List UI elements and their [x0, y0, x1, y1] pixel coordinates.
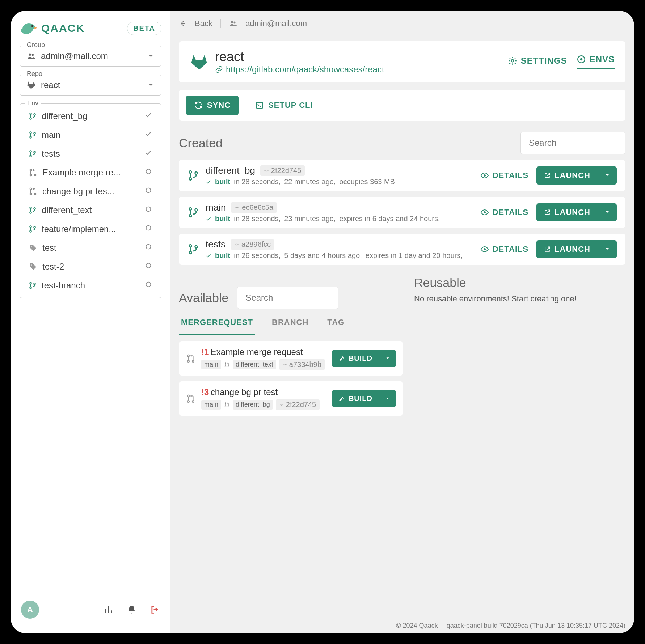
- created-env-card: main ec6e6c5a built in 28 seconds, 23 mi…: [179, 197, 625, 228]
- launch-dropdown[interactable]: [598, 203, 617, 221]
- commit-chip[interactable]: ec6e6c5a: [231, 202, 277, 213]
- branch-icon: [187, 207, 199, 218]
- env-name: feature/implemen...: [42, 224, 116, 234]
- env-name: different_text: [42, 205, 92, 215]
- eye-icon: [480, 171, 489, 180]
- build-button[interactable]: BUILD: [332, 350, 396, 367]
- branch-icon: [29, 224, 37, 234]
- env-name: change bg pr tes...: [42, 186, 114, 196]
- commit-chip[interactable]: a7334b9b: [279, 359, 325, 370]
- check-icon: [206, 179, 211, 185]
- bell-icon[interactable]: [127, 605, 137, 615]
- branch-from-chip[interactable]: main: [201, 400, 221, 410]
- mr-icon: [29, 168, 37, 177]
- group-label: Group: [25, 41, 47, 49]
- settings-tab[interactable]: SETTINGS: [508, 56, 567, 69]
- branch-icon: [29, 130, 37, 140]
- mr-title: change bg pr test: [211, 387, 278, 397]
- chevron-down-icon: [385, 396, 390, 401]
- mr-card: !3 change bg pr test main different_bg 2…: [179, 381, 403, 416]
- launch-button[interactable]: LAUNCH: [536, 203, 617, 221]
- env-status-icon: [144, 243, 152, 253]
- repo-label: Repo: [25, 70, 45, 78]
- commit-chip[interactable]: a2896fcc: [231, 239, 274, 250]
- created-search-input[interactable]: [520, 132, 625, 154]
- env-status-icon: [144, 280, 152, 291]
- logout-icon[interactable]: [150, 605, 160, 615]
- details-link[interactable]: DETAILS: [480, 171, 528, 180]
- branch-from-chip[interactable]: main: [201, 360, 221, 369]
- mr-id: !3: [201, 387, 209, 397]
- sidebar-env-item[interactable]: test: [20, 238, 161, 257]
- hammer-icon: [338, 395, 345, 402]
- branch-icon: [187, 243, 199, 255]
- envs-tab[interactable]: ENVS: [577, 54, 615, 69]
- build-extra: expires in 1 day and 20 hours,: [366, 251, 463, 260]
- arrow-left-icon[interactable]: [179, 20, 187, 27]
- env-name: test-2: [42, 262, 64, 272]
- hammer-icon: [338, 355, 345, 362]
- mr-icon: [186, 394, 195, 403]
- setup-cli-button[interactable]: SETUP CLI: [247, 96, 321, 115]
- chart-icon[interactable]: [104, 605, 114, 615]
- available-title: Available: [179, 291, 228, 305]
- eye-icon: [480, 208, 489, 217]
- env-name: tests: [42, 149, 60, 159]
- open-icon: [544, 209, 551, 216]
- tab-tag[interactable]: TAG: [325, 313, 347, 335]
- branch-to-chip[interactable]: different_text: [233, 360, 276, 369]
- build-dropdown[interactable]: [379, 350, 396, 367]
- build-ago: 23 minutes ago,: [284, 215, 336, 223]
- gitlab-icon: [190, 52, 208, 71]
- commit-chip[interactable]: 2f22d745: [276, 399, 320, 410]
- launch-dropdown[interactable]: [598, 166, 617, 185]
- sidebar-env-item[interactable]: Example merge re...: [20, 163, 161, 182]
- branch-icon: [29, 149, 37, 158]
- built-status: built: [215, 215, 230, 223]
- available-search-input[interactable]: [237, 287, 338, 309]
- commit-chip[interactable]: 2f22d745: [260, 165, 305, 176]
- sidebar-env-item[interactable]: different_bg: [20, 107, 161, 126]
- mr-card: !1 Example merge request main different_…: [179, 341, 403, 376]
- branch-icon: [187, 170, 199, 181]
- build-dropdown[interactable]: [379, 390, 396, 407]
- created-env-card: tests a2896fcc built in 26 seconds, 5 da…: [179, 234, 625, 265]
- tab-branch[interactable]: BRANCH: [270, 313, 311, 335]
- launch-dropdown[interactable]: [598, 240, 617, 258]
- launch-button[interactable]: LAUNCH: [536, 240, 617, 258]
- topbar-user: admin@mail.com: [245, 19, 307, 28]
- tab-mergerequest[interactable]: MERGEREQUEST: [179, 313, 255, 335]
- sidebar-env-item[interactable]: change bg pr tes...: [20, 182, 161, 201]
- beta-badge: BETA: [127, 22, 161, 35]
- build-button[interactable]: BUILD: [332, 390, 396, 407]
- mr-icon: [224, 362, 230, 368]
- env-status-icon: [144, 111, 152, 121]
- branch-icon: [29, 206, 37, 215]
- env-status-icon: [144, 149, 152, 159]
- sync-button[interactable]: SYNC: [186, 96, 239, 115]
- tag-icon: [29, 262, 37, 271]
- built-status: built: [215, 251, 230, 260]
- app-name: QAACK: [41, 22, 85, 34]
- sidebar-env-item[interactable]: test-2: [20, 257, 161, 276]
- env-name: different_bg: [42, 111, 87, 121]
- sidebar-env-item[interactable]: main: [20, 126, 161, 144]
- app-logo[interactable]: QAACK: [20, 21, 85, 35]
- created-env-name: different_bg: [206, 165, 255, 176]
- avatar[interactable]: A: [21, 601, 39, 619]
- details-link[interactable]: DETAILS: [480, 208, 528, 217]
- sidebar-env-item[interactable]: tests: [20, 144, 161, 163]
- env-label: Env: [25, 99, 41, 107]
- launch-button[interactable]: LAUNCH: [536, 166, 617, 185]
- sidebar-env-item[interactable]: feature/implemen...: [20, 220, 161, 238]
- branch-icon: [29, 111, 37, 121]
- details-link[interactable]: DETAILS: [480, 245, 528, 254]
- repo-url[interactable]: https://gitlab.com/qaack/showcases/react: [226, 64, 384, 75]
- branch-to-chip[interactable]: different_bg: [233, 400, 273, 410]
- sidebar-env-item[interactable]: different_text: [20, 201, 161, 220]
- link-icon: [215, 65, 223, 73]
- sidebar-env-item[interactable]: test-branch: [20, 276, 161, 295]
- created-title: Created: [179, 136, 223, 150]
- back-link[interactable]: Back: [195, 19, 212, 28]
- repo-value: react: [41, 80, 60, 90]
